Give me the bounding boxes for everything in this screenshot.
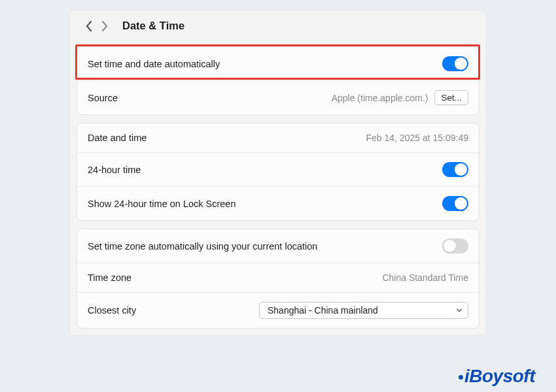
date-time-label: Date and time	[88, 133, 147, 143]
source-value: Apple (time.apple.com.)	[332, 93, 428, 103]
auto-zone-toggle[interactable]	[442, 238, 468, 253]
chevron-down-icon	[456, 307, 462, 314]
hour24-toggle[interactable]	[442, 162, 468, 177]
section-auto-date: Set time and date automatically Source A…	[77, 46, 479, 115]
hour24-label: 24-hour time	[88, 165, 141, 175]
row-auto-set: Set time and date automatically	[77, 47, 479, 80]
time-zone-label: Time zone	[88, 272, 131, 283]
closest-city-value: Shanghai - China mainland	[268, 305, 378, 316]
auto-zone-label: Set time zone automatically using your c…	[88, 241, 317, 252]
row-24hour-lock: Show 24-hour time on Lock Screen	[77, 186, 479, 220]
closest-city-label: Closest city	[88, 305, 136, 316]
auto-set-label: Set time and date automatically	[88, 59, 220, 69]
watermark-dot-icon	[459, 375, 463, 380]
closest-city-select[interactable]: Shanghai - China mainland	[259, 302, 468, 319]
row-closest-city: Closest city Shanghai - China mainland	[77, 292, 479, 328]
forward-arrow-icon[interactable]	[101, 21, 108, 31]
panel-header: Date & Time	[70, 10, 486, 39]
time-zone-value: China Standard Time	[382, 272, 468, 283]
lock24-toggle[interactable]	[442, 196, 468, 211]
watermark-text: iBoysoft	[464, 366, 535, 387]
date-time-value: Feb 14, 2025 at 15:09:49	[366, 133, 468, 143]
auto-set-toggle[interactable]	[442, 56, 468, 71]
watermark-logo: iBoysoft	[459, 366, 535, 387]
source-set-button[interactable]: Set...	[434, 90, 468, 105]
section-time-format: Date and time Feb 14, 2025 at 15:09:49 2…	[77, 123, 479, 221]
row-24hour: 24-hour time	[77, 152, 479, 186]
row-auto-zone: Set time zone automatically using your c…	[77, 229, 479, 263]
source-label: Source	[88, 93, 118, 103]
page-title: Date & Time	[122, 20, 184, 32]
lock24-label: Show 24-hour time on Lock Screen	[88, 199, 236, 209]
row-date-time: Date and time Feb 14, 2025 at 15:09:49	[77, 123, 479, 152]
row-source: Source Apple (time.apple.com.) Set...	[77, 80, 479, 114]
section-time-zone: Set time zone automatically using your c…	[77, 229, 479, 329]
row-time-zone: Time zone China Standard Time	[77, 263, 479, 292]
back-arrow-icon[interactable]	[86, 21, 92, 31]
settings-panel: Date & Time Set time and date automatica…	[69, 10, 487, 336]
